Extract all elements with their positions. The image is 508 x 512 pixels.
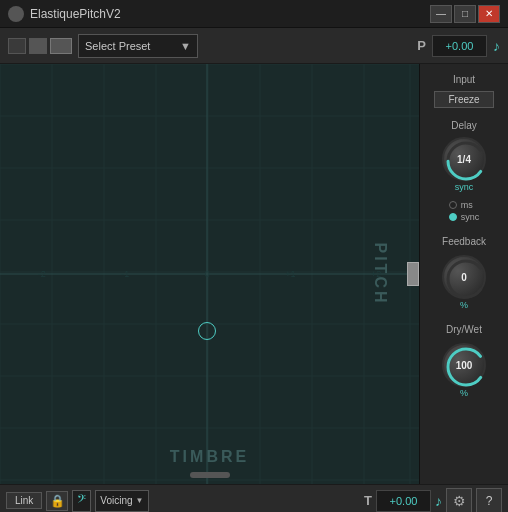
pitch-midi-icon[interactable]: ♪ <box>493 38 500 54</box>
settings-button[interactable]: ⚙ <box>446 488 472 513</box>
voicing-dropdown[interactable]: Voicing ▼ <box>95 490 148 512</box>
bass-clef-button[interactable]: 𝄢 <box>72 490 91 512</box>
sync-radio[interactable]: sync <box>449 212 480 222</box>
pitch-axis-label: PITCH <box>371 243 389 306</box>
app-icon <box>8 6 24 22</box>
input-label: Input <box>453 74 475 85</box>
feedback-label: Feedback <box>442 236 486 247</box>
right-panel: Input Freeze Delay 1/4 sync ms sync <box>420 64 508 484</box>
pitch-value: +0.00 <box>446 40 474 52</box>
sync-radio-label: sync <box>461 212 480 222</box>
feedback-knob-unit: % <box>460 300 468 310</box>
lock-icon: 🔒 <box>50 494 65 508</box>
view-buttons <box>8 38 72 54</box>
minimize-button[interactable]: — <box>430 5 452 23</box>
timbre-pitch-value-text: +0.00 <box>390 495 418 507</box>
voicing-label: Voicing <box>100 495 132 506</box>
xy-scroll-handle[interactable] <box>407 262 419 286</box>
delay-knob-arc <box>444 139 488 183</box>
bass-clef-icon: 𝄢 <box>77 492 86 509</box>
help-icon: ? <box>486 494 493 508</box>
window-controls: — □ ✕ <box>430 5 500 23</box>
ms-radio-label: ms <box>461 200 473 210</box>
delay-knob-unit: sync <box>455 182 474 192</box>
timbre-midi-icon[interactable]: ♪ <box>435 493 442 509</box>
xy-cursor[interactable] <box>198 322 216 340</box>
link-button[interactable]: Link <box>6 492 42 509</box>
drywet-knob-container: 100 % <box>442 343 486 398</box>
help-button[interactable]: ? <box>476 488 502 513</box>
lock-button[interactable]: 🔒 <box>46 491 68 511</box>
main-area: -2 -1 0 +1 +2 PITCH TIMBRE Input Freeze … <box>0 64 508 484</box>
app-title: ElastiquePitchV2 <box>30 7 430 21</box>
ms-radio[interactable]: ms <box>449 200 480 210</box>
svg-point-22 <box>448 261 484 297</box>
gear-icon: ⚙ <box>453 493 466 509</box>
delay-knob-container: 1/4 sync <box>442 137 486 192</box>
timbre-pitch-value: +0.00 <box>376 490 431 512</box>
preset-dropdown[interactable]: Select Preset ▼ <box>78 34 198 58</box>
bottom-toolbar: Link 🔒 𝄢 Voicing ▼ T +0.00 ♪ ⚙ ? <box>0 484 508 512</box>
svg-point-24 <box>448 349 484 385</box>
pitch-value-display: +0.00 <box>432 35 487 57</box>
pitch-p-label: P <box>417 38 426 53</box>
preset-arrow-icon: ▼ <box>180 40 191 52</box>
timbre-axis-label: TIMBRE <box>170 448 249 466</box>
delay-knob[interactable]: 1/4 <box>442 137 486 181</box>
preset-label: Select Preset <box>85 40 150 52</box>
feedback-knob-arc <box>444 257 488 301</box>
delay-mode-radio: ms sync <box>449 200 480 222</box>
freeze-button[interactable]: Freeze <box>434 91 494 108</box>
delay-label: Delay <box>451 120 477 131</box>
drywet-knob[interactable]: 100 <box>442 343 486 387</box>
view-btn-2[interactable] <box>29 38 47 54</box>
title-bar: ElastiquePitchV2 — □ ✕ <box>0 0 508 28</box>
drywet-knob-unit: % <box>460 388 468 398</box>
sync-radio-dot <box>449 213 457 221</box>
xy-scroll-bar-bottom[interactable] <box>190 472 230 478</box>
xy-grid <box>0 64 419 484</box>
feedback-knob-container: 0 % <box>442 255 486 310</box>
maximize-button[interactable]: □ <box>454 5 476 23</box>
drywet-knob-arc <box>444 345 488 389</box>
view-btn-1[interactable] <box>8 38 26 54</box>
voicing-arrow-icon: ▼ <box>136 496 144 505</box>
feedback-knob[interactable]: 0 <box>442 255 486 299</box>
xy-pad[interactable]: -2 -1 0 +1 +2 PITCH TIMBRE <box>0 64 420 484</box>
ms-radio-dot <box>449 201 457 209</box>
close-button[interactable]: ✕ <box>478 5 500 23</box>
timbre-t-label: T <box>364 493 372 508</box>
drywet-label: Dry/Wet <box>446 324 482 335</box>
view-btn-3[interactable] <box>50 38 72 54</box>
top-toolbar: Select Preset ▼ P +0.00 ♪ <box>0 28 508 64</box>
